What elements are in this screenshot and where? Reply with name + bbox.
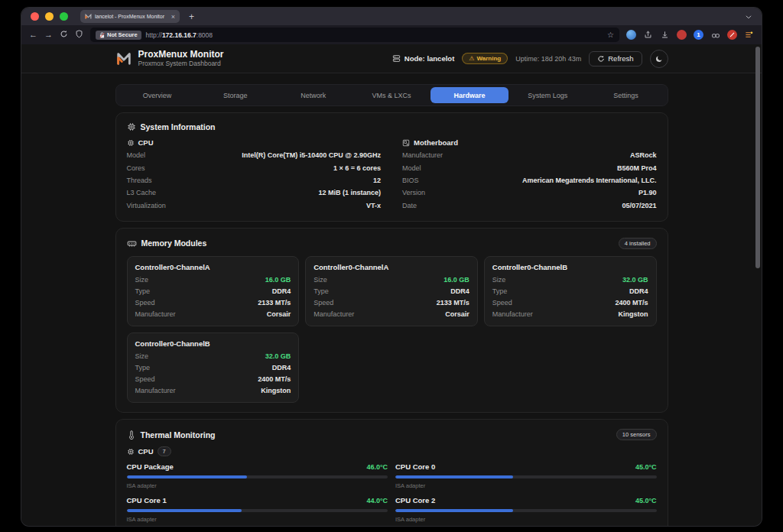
browser-toolbar: ← → Not Secure http://172.16.16.7:8008 ☆… <box>21 25 762 44</box>
share-icon[interactable] <box>643 30 653 40</box>
sensor-group-header: CPU 7 <box>127 446 657 456</box>
url-port: :8008 <box>197 31 213 39</box>
tab-title: lancelot - ProxMenux Monitor <box>95 14 168 19</box>
sensor-group-title: CPU <box>138 447 154 456</box>
back-button[interactable]: ← <box>29 31 37 39</box>
proxmenux-favicon <box>85 13 92 20</box>
tab-close-icon[interactable]: × <box>171 13 175 21</box>
warning-label: Warning <box>476 55 501 62</box>
download-icon[interactable] <box>660 30 670 40</box>
theme-toggle-button[interactable] <box>650 50 668 68</box>
minimize-window-button[interactable] <box>45 12 54 21</box>
memory-module-card: Controller0-ChannelB Size32.0 GB TypeDDR… <box>127 332 300 403</box>
tab-storage[interactable]: Storage <box>197 87 275 103</box>
info-row: Cores1 × 6 = 6 cores <box>127 161 382 174</box>
tab-overview[interactable]: Overview <box>119 87 197 103</box>
tab-network[interactable]: Network <box>275 87 353 103</box>
sensor-count-badge: 10 sensors <box>616 429 657 440</box>
temperature-bar <box>395 509 657 512</box>
sensor-cpu-core-2: CPU Core 245.0°C ISA adapter <box>395 495 657 524</box>
url-bar[interactable]: Not Secure http://172.16.16.7:8008 ☆ <box>90 28 619 42</box>
cpu-block-title: CPU <box>138 138 154 147</box>
page-scrollbar[interactable] <box>755 47 760 268</box>
new-tab-button[interactable]: + <box>189 11 194 22</box>
thermometer-icon <box>127 430 136 440</box>
warning-badge[interactable]: ⚠ Warning <box>462 53 508 64</box>
tab-hardware[interactable]: Hardware <box>430 87 508 103</box>
header-status: Node: lancelot ⚠ Warning Uptime: 18d 20h… <box>392 50 668 68</box>
app-title: ProxMenux Monitor <box>138 50 224 60</box>
browser-tab[interactable]: lancelot - ProxMenux Monitor × <box>80 10 180 23</box>
broken-lock-icon <box>99 32 105 38</box>
info-row: Date05/07/2021 <box>402 200 657 212</box>
forward-button[interactable]: → <box>44 31 53 39</box>
temperature-bar <box>127 475 388 478</box>
extension-icons: 1 <box>626 30 754 40</box>
info-row: BIOSAmerican Megatrends International, L… <box>402 174 657 187</box>
sensor-group-count: 7 <box>158 446 171 456</box>
info-row: VersionP1.90 <box>402 187 657 199</box>
not-secure-badge[interactable]: Not Secure <box>96 31 141 40</box>
server-icon <box>392 54 401 63</box>
cpu-icon <box>127 139 135 147</box>
tab-overview-chevron-icon[interactable] <box>745 13 752 21</box>
tab-system-logs[interactable]: System Logs <box>508 87 586 103</box>
memory-icon <box>127 238 137 248</box>
url-scheme: http:// <box>146 31 162 39</box>
close-window-button[interactable] <box>31 12 39 21</box>
sensor-cpu-package: CPU Package46.0°C ISA adapter <box>127 461 388 491</box>
section-title: System Information <box>141 122 216 131</box>
menu-extension-icon[interactable] <box>744 30 754 40</box>
refresh-button[interactable]: Refresh <box>589 51 642 66</box>
proxmenux-logo-icon <box>115 50 132 66</box>
section-title: Thermal Monitoring <box>141 430 216 440</box>
memory-module-card: Controller0-ChannelA Size16.0 GB TypeDDR… <box>127 256 300 326</box>
cpu-chip-icon <box>127 122 136 131</box>
node-label: Node: lancelot <box>404 54 454 63</box>
browser-window: lancelot - ProxMenux Monitor × + ← → Not… <box>21 8 762 526</box>
node-indicator: Node: lancelot <box>392 54 454 63</box>
sensor-cpu-core-0: CPU Core 045.0°C ISA adapter <box>395 461 657 491</box>
moon-icon <box>655 55 663 63</box>
onepassword-icon[interactable]: 1 <box>694 30 703 40</box>
temperature-bar <box>127 509 388 512</box>
refresh-icon <box>597 55 605 63</box>
section-title: Memory Modules <box>141 238 207 248</box>
info-row: ModelIntel(R) Core(TM) i5-10400 CPU @ 2.… <box>127 149 382 161</box>
warning-icon: ⚠ <box>469 55 474 62</box>
url-host: 172.16.16.7 <box>162 31 197 39</box>
tab-vms-lxcs[interactable]: VMs & LXCs <box>353 87 430 103</box>
brand: ProxMenux Monitor Proxmox System Dashboa… <box>115 50 224 68</box>
cpu-info-block: CPU ModelIntel(R) Core(TM) i5-10400 CPU … <box>127 138 382 212</box>
info-row: ManufacturerASRock <box>402 149 657 161</box>
extension-red-icon[interactable] <box>677 30 687 40</box>
temperature-bar <box>395 475 657 478</box>
page-viewport: ProxMenux Monitor Proxmox System Dashboa… <box>21 44 762 526</box>
reload-button[interactable] <box>60 30 68 40</box>
motherboard-info-block: Motherboard ManufacturerASRock ModelB560… <box>402 138 657 212</box>
uptime-label: Uptime: 18d 20h 43m <box>515 55 581 63</box>
extension-container-icon[interactable] <box>626 30 636 40</box>
app-header: ProxMenux Monitor Proxmox System Dashboa… <box>21 44 762 73</box>
blocker-icon[interactable] <box>727 30 737 40</box>
system-information-card: System Information CPU ModelIntel(R) Cor… <box>115 112 668 222</box>
dashboard-tabs: Overview Storage Network VMs & LXCs Hard… <box>115 84 668 106</box>
info-row: ModelB560M Pro4 <box>402 161 657 174</box>
motherboard-block-title: Motherboard <box>414 138 458 147</box>
info-row: Threads12 <box>127 174 382 187</box>
info-row: VirtualizationVT-x <box>127 200 382 212</box>
cpu-icon <box>127 448 135 456</box>
window-controls <box>31 12 68 21</box>
browser-tab-strip: lancelot - ProxMenux Monitor × + <box>21 8 762 25</box>
not-secure-label: Not Secure <box>107 31 138 38</box>
bookmark-star-icon[interactable]: ☆ <box>607 31 614 39</box>
tracking-protection-shield-icon[interactable] <box>75 30 83 40</box>
memory-module-card: Controller0-ChannelA Size16.0 GB TypeDDR… <box>305 256 478 326</box>
memory-modules-card: Memory Modules 4 installed Controller0-C… <box>115 228 668 413</box>
tab-settings[interactable]: Settings <box>586 87 664 103</box>
info-row: L3 Cache12 MiB (1 instance) <box>127 187 382 199</box>
zoom-window-button[interactable] <box>60 12 68 21</box>
memory-module-card: Controller0-ChannelB Size32.0 GB TypeDDR… <box>484 256 657 326</box>
sensor-cpu-core-1: CPU Core 144.0°C ISA adapter <box>127 495 388 524</box>
binoculars-icon[interactable] <box>710 30 720 40</box>
